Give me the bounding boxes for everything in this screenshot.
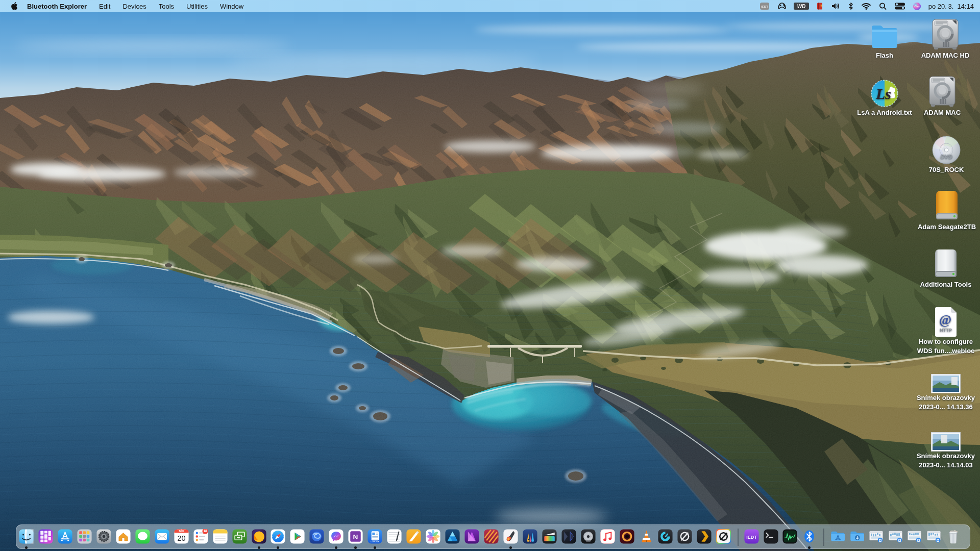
svg-text:DVD: DVD — [940, 154, 952, 160]
svg-text:HTTP: HTTP — [940, 328, 952, 333]
svg-text:IEDT: IEDT — [761, 5, 768, 8]
svg-text:20: 20 — [177, 534, 185, 542]
svg-text:N: N — [353, 533, 358, 541]
svg-text:IEDT: IEDT — [746, 534, 757, 539]
svg-text:18: 18 — [203, 529, 207, 533]
svg-text:@: @ — [939, 312, 951, 327]
svg-text:WD: WD — [797, 4, 805, 9]
svg-text:DOHODA: DOHODA — [371, 541, 379, 543]
svg-text:Ls: Ls — [875, 85, 891, 102]
